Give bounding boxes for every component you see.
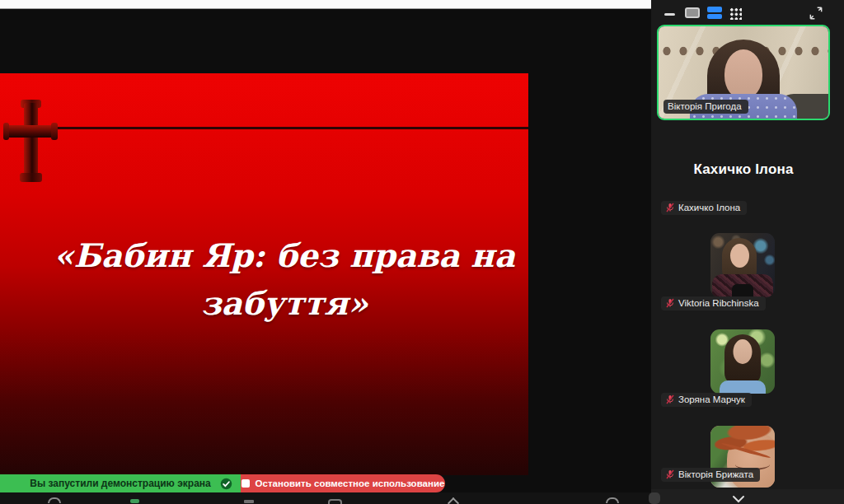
name-tag: Зоряна Марчук [661, 393, 752, 407]
slide-title: «Бабин Яр: без права на забуття» [45, 231, 523, 327]
active-speaker-video[interactable]: Вікторія Пригода [657, 25, 830, 120]
scroll-nub [649, 492, 660, 504]
presentation-slide: «Бабин Яр: без права на забуття» [0, 73, 528, 475]
toolbar-icon-partial [244, 500, 254, 503]
mic-muted-icon [665, 203, 675, 212]
shield-check-icon [220, 478, 232, 492]
participant-name: Вікторія Брижата [678, 469, 753, 479]
slide-title-line1: «Бабин Яр: без права на [45, 231, 523, 279]
share-arrow-icon-partial [448, 497, 459, 504]
grid-view-icon[interactable] [729, 7, 742, 20]
cross-graphic [3, 97, 58, 184]
mic-muted-icon [665, 298, 675, 308]
mic-icon-partial [48, 497, 61, 503]
share-status-banner: Вы запустили демонстрацию экрана [0, 474, 241, 492]
slide-divider-line [48, 127, 528, 129]
participant-thumbnail[interactable] [710, 233, 775, 297]
chevron-down-icon[interactable] [732, 492, 748, 502]
stop-share-label: Остановить совместное использование [256, 478, 445, 488]
thumbnail-photo [720, 380, 766, 394]
name-tag: Viktoria Ribchinska [661, 296, 766, 310]
gallery-view-icon[interactable] [707, 7, 722, 19]
speaker-face [724, 49, 762, 99]
speaker-view-icon[interactable] [685, 7, 700, 18]
zoom-meeting-window: «Бабин Яр: без права на забуття» Вы запу… [0, 0, 844, 504]
participants-scroll-bar [651, 489, 844, 504]
thumbnail-photo [734, 339, 753, 364]
thumbnail-photo [732, 284, 753, 297]
toolbar-icon-partial [606, 497, 619, 503]
participant-name: Зоряна Марчук [678, 394, 745, 404]
share-status-text: Вы запустили демонстрацию экрана [30, 478, 211, 489]
thumbnail-photo [730, 244, 749, 268]
mic-muted-icon [665, 469, 675, 479]
toolbar-icon-partial [328, 499, 342, 504]
minimize-icon[interactable] [664, 13, 675, 16]
participants-panel: Вікторія Пригода Кахичко Ілона Кахичко І… [651, 0, 844, 504]
expand-icon[interactable] [808, 5, 824, 21]
name-tag: Вікторія Брижата [661, 468, 760, 482]
name-tag: Вікторія Пригода [663, 100, 748, 114]
top-window-strip [0, 0, 651, 9]
participant-thumbnail[interactable] [710, 329, 775, 394]
mic-muted-icon [665, 394, 675, 404]
slide-title-line2: забуття» [45, 279, 523, 327]
participant-name: Viktoria Ribchinska [678, 298, 759, 308]
participant-name: Кахичко Ілона [678, 203, 740, 212]
stop-square-icon [241, 479, 250, 488]
video-icon-partial [130, 499, 139, 503]
participant-name: Вікторія Пригода [668, 101, 742, 111]
stop-share-button[interactable]: Остановить совместное использование [241, 474, 445, 492]
name-tag: Кахичко Ілона [661, 201, 747, 215]
featured-participant-name: Кахичко Ілона [651, 161, 836, 178]
